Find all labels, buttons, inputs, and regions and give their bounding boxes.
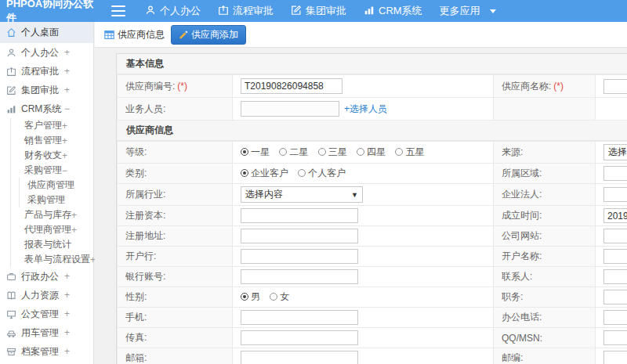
expand-icon[interactable]: + [64,346,70,357]
zip-input[interactable] [603,351,627,364]
sidebar-item-product-inventory[interactable]: 产品与库存 + [11,207,93,222]
expand-icon[interactable]: + [62,150,67,161]
hamburger-icon[interactable] [111,5,125,16]
founded-date-input[interactable] [603,208,627,223]
radio-label[interactable]: 五星 [405,146,424,157]
main-area: 供应商信息 供应商添加 基本信息 供应商编号:(*) 供应商名称:(*) 业务人… [95,22,627,364]
radio-label[interactable]: 二星 [289,146,308,157]
sidebar-item-document-mgmt[interactable]: 公文管理 + [0,305,93,323]
radio-button[interactable] [298,169,306,177]
region-input[interactable] [603,166,627,181]
expand-icon[interactable]: + [64,327,70,338]
industry-select[interactable]: 选择内容▼ [241,186,363,203]
sidebar-item-finance[interactable]: 财务收支 + [11,148,93,163]
sidebar-item-label: 用车管理 [21,326,59,340]
sidebar-item-label: 客户管理 [24,119,62,132]
sidebar-item-desktop[interactable]: 个人桌面 [0,22,93,43]
expand-icon[interactable]: + [64,66,70,77]
sidebar-item-workflow-approval[interactable]: 流程审批 + [0,62,93,81]
reg-address-input[interactable] [241,229,358,243]
qq-msn-input[interactable] [603,330,627,345]
radio-button[interactable] [279,148,287,156]
archive-icon [6,347,16,357]
expand-icon[interactable]: + [71,210,77,221]
caret-down-icon: ▼ [351,191,358,199]
sidebar-item-supplier-mgmt[interactable]: 供应商管理 [20,178,93,193]
radio-button[interactable] [270,293,277,301]
sidebar-item-vehicle-mgmt[interactable]: 用车管理 + [0,323,93,342]
collapse-icon[interactable]: − [64,103,70,114]
expand-icon[interactable]: + [64,271,70,282]
nav-item-group-approval[interactable]: 集团审批 [282,0,355,22]
sidebar-item-agent-mgmt[interactable]: 代理商管理 + [11,222,93,237]
expand-icon[interactable]: + [64,290,70,301]
reg-address-label: 注册地址: [125,230,165,241]
fax-input[interactable] [241,330,358,345]
sidebar-item-archive-mgmt[interactable]: 档案管理 + [0,342,93,361]
expand-icon[interactable]: + [64,85,70,96]
radio-label[interactable]: 女 [280,291,289,302]
sidebar-item-form-flow-settings[interactable]: 表单与流程设置 + [11,252,93,267]
radio-button[interactable] [241,169,248,177]
mobile-input[interactable] [241,310,358,325]
expand-icon[interactable]: + [62,121,67,132]
radio-button[interactable] [395,148,403,156]
sidebar-item-customer-mgmt[interactable]: 客户管理 + [11,118,93,133]
supplier-no-input[interactable] [241,78,342,94]
radio-button[interactable] [241,148,248,156]
sidebar-item-label: 代理商管理 [24,223,71,236]
radio-label[interactable]: 四星 [367,146,386,157]
tab-supplier-add[interactable]: 供应商添加 [171,25,246,45]
email-input[interactable] [241,351,358,364]
sidebar-item-purchase-mgmt[interactable]: 采购管理 − [11,163,93,178]
staff-label: 业务人员: [125,103,165,114]
nav-item-workflow-approval[interactable]: 流程审批 [209,0,282,22]
sidebar-item-personal-office[interactable]: 个人办公 + [0,43,93,62]
expand-icon[interactable]: + [62,135,67,146]
expand-icon[interactable]: + [64,308,70,319]
sidebar-item-crm[interactable]: CRM系统 − [0,99,93,118]
legal-person-input[interactable] [603,187,627,202]
nav-item-crm[interactable]: CRM系统 [355,0,431,22]
founded-label: 成立时间: [502,210,542,221]
radio-button[interactable] [318,148,326,156]
radio-label[interactable]: 三星 [328,146,347,157]
expand-icon[interactable]: + [64,47,70,58]
radio-label[interactable]: 一星 [251,146,270,157]
supplier-name-input[interactable] [603,79,627,94]
office-phone-input[interactable] [603,310,627,325]
expand-icon[interactable]: + [71,225,77,236]
region-label: 所属区域: [502,168,542,178]
bank-input[interactable] [241,249,358,264]
sidebar-item-label: 流程审批 [21,65,59,78]
radio-button[interactable] [357,148,364,156]
tab-supplier-info[interactable]: 供应商信息 [104,28,165,41]
nav-label: 个人办公 [160,4,201,18]
sidebar-item-sales-mgmt[interactable]: 销售管理 + [11,133,93,148]
nav-item-personal-office[interactable]: 个人办公 [136,0,209,22]
choose-staff-link[interactable]: +选择人员 [344,103,387,114]
sidebar-item-admin-office[interactable]: 行政办公 + [0,267,93,286]
capital-input[interactable] [241,208,358,223]
radio-button[interactable] [241,293,248,301]
nav-item-more-apps[interactable]: 更多应用 [431,0,505,22]
sidebar-item-hr[interactable]: 人力资源 + [0,286,93,305]
website-input[interactable] [603,229,627,243]
sidebar-item-reports[interactable]: 报表与统计 [11,237,93,252]
sidebar-item-purchasing[interactable]: 采购管理 [20,193,93,207]
radio-label[interactable]: 男 [251,291,260,302]
bank-no-input[interactable] [241,269,358,284]
select-value: 选择内容 [245,188,283,201]
job-title-input[interactable] [603,290,627,305]
select-value: 选择内容 [608,146,627,159]
collapse-icon[interactable]: − [62,165,67,176]
bar-chart-icon [6,104,16,114]
radio-label[interactable]: 个人客户 [308,168,346,178]
source-select[interactable]: 选择内容▼ [603,144,627,160]
account-name-label: 开户名称: [502,250,542,261]
account-name-input[interactable] [603,249,627,264]
contact-input[interactable] [603,269,627,284]
sidebar-item-group-approval[interactable]: 集团审批 + [0,81,93,99]
staff-input[interactable] [241,101,339,117]
radio-label[interactable]: 企业客户 [251,168,288,178]
